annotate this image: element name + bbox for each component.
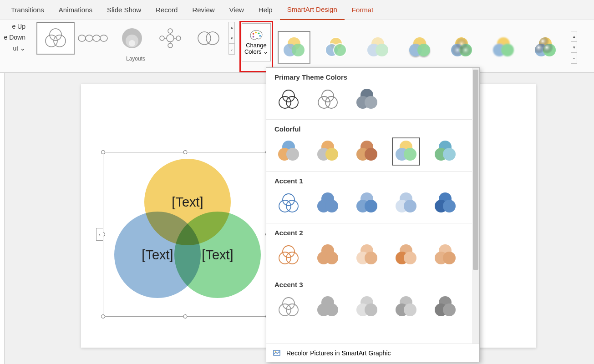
- change-colors-button[interactable]: Change Colors ⌄: [242, 23, 271, 61]
- svg-point-4: [86, 35, 93, 41]
- color-option-accent2-3[interactable]: [353, 241, 381, 269]
- styles-scroll-up[interactable]: ▴: [571, 31, 577, 42]
- color-option-accent1-5[interactable]: [431, 189, 459, 217]
- color-option-colorful-1[interactable]: [274, 137, 303, 166]
- color-option-accent1-1[interactable]: [274, 189, 303, 217]
- svg-point-79: [286, 200, 298, 212]
- style-thumb-7[interactable]: [529, 31, 562, 64]
- svg-point-20: [206, 32, 219, 45]
- tab-slide-show[interactable]: Slide Show: [100, 0, 148, 20]
- move-up-partial[interactable]: e Up: [12, 23, 25, 30]
- layout-thumb-1[interactable]: [36, 22, 75, 55]
- svg-point-92: [283, 246, 294, 258]
- layouts-scroll-down[interactable]: ▾: [229, 33, 234, 44]
- smartart-selection-frame[interactable]: ‹ [Text] [Text] [Text]: [103, 152, 268, 317]
- layouts-scroll-up[interactable]: ▴: [229, 22, 234, 33]
- style-thumb-1[interactable]: [278, 31, 310, 64]
- color-option-colorful-4[interactable]: [392, 137, 420, 166]
- color-option-colorful-3[interactable]: [353, 137, 381, 166]
- resize-handle-b[interactable]: [183, 314, 188, 318]
- move-down-partial[interactable]: e Down: [4, 34, 25, 41]
- styles-scroll-down[interactable]: ▾: [571, 42, 577, 53]
- tab-help[interactable]: Help: [251, 0, 280, 20]
- color-option-accent2-4[interactable]: [392, 241, 420, 269]
- color-option-accent3-1[interactable]: [274, 293, 303, 321]
- styles-gallery-scroll[interactable]: ▴ ▾ ⌄: [571, 31, 577, 64]
- svg-point-85: [365, 200, 377, 212]
- resize-handle-bl[interactable]: [101, 314, 105, 318]
- ribbon: e Up e Down ut ⌄ ▴ ▾ ⌄: [0, 20, 594, 73]
- svg-point-97: [325, 252, 338, 264]
- layouts-gallery-more[interactable]: ⌄: [229, 44, 234, 54]
- color-option-accent3-3[interactable]: [353, 293, 381, 321]
- color-option-primary-2[interactable]: [314, 86, 342, 114]
- svg-point-103: [404, 252, 416, 264]
- text-pane-toggle[interactable]: ‹: [96, 228, 103, 241]
- svg-point-37: [417, 44, 430, 56]
- color-option-accent1-2[interactable]: [314, 189, 342, 217]
- svg-point-106: [443, 252, 456, 264]
- venn-smartart[interactable]: [Text] [Text] [Text]: [112, 157, 260, 305]
- layout-thumb-5[interactable]: [189, 22, 228, 55]
- svg-point-19: [198, 32, 211, 45]
- svg-point-24: [259, 35, 261, 37]
- tab-view[interactable]: View: [222, 0, 251, 20]
- tab-review[interactable]: Review: [185, 0, 222, 20]
- smartart-styles-gallery: ▴ ▾ ⌄: [278, 22, 577, 72]
- svg-point-12: [168, 43, 173, 48]
- svg-point-13: [160, 36, 164, 40]
- svg-point-14: [176, 36, 181, 40]
- style-thumb-6[interactable]: [487, 31, 520, 64]
- ribbon-truncated-move-group: e Up e Down ut ⌄: [0, 20, 25, 72]
- svg-point-52: [543, 44, 556, 56]
- tab-format[interactable]: Format: [345, 0, 381, 20]
- color-option-accent1-4[interactable]: [392, 189, 420, 217]
- style-thumb-2[interactable]: [320, 31, 352, 64]
- layout-thumb-4[interactable]: [151, 22, 189, 55]
- venn-circle-3[interactable]: [Text]: [174, 212, 261, 298]
- color-option-colorful-2[interactable]: [314, 137, 342, 166]
- recolor-pictures-label: Recolor Pictures in SmartArt Graphic: [286, 349, 391, 357]
- layout-thumb-3[interactable]: [113, 22, 151, 55]
- slide-thumbnails-panel-truncated: [0, 73, 5, 364]
- recolor-pictures-menu-item[interactable]: Recolor Pictures in SmartArt Graphic: [266, 344, 479, 362]
- svg-point-43: [459, 44, 472, 56]
- style-thumb-4[interactable]: [403, 31, 436, 64]
- layouts-gallery-scroll[interactable]: ▴ ▾ ⌄: [228, 22, 235, 55]
- svg-point-23: [258, 32, 260, 34]
- dropdown-scroll-thumb[interactable]: [473, 70, 478, 270]
- svg-point-76: [443, 148, 456, 161]
- color-option-colorful-5[interactable]: [431, 137, 459, 166]
- svg-point-0: [50, 29, 61, 40]
- resize-handle-tl[interactable]: [101, 150, 105, 154]
- color-option-accent3-4[interactable]: [392, 293, 420, 321]
- tab-transitions[interactable]: Transitions: [4, 0, 51, 20]
- styles-gallery-more[interactable]: ⌄: [571, 53, 577, 63]
- svg-point-56: [322, 90, 334, 102]
- tab-record[interactable]: Record: [148, 0, 185, 20]
- color-option-accent3-2[interactable]: [314, 293, 342, 321]
- svg-point-3: [78, 35, 86, 41]
- color-option-primary-3[interactable]: [353, 86, 381, 114]
- color-option-accent1-3[interactable]: [353, 189, 381, 217]
- color-option-primary-1[interactable]: [274, 86, 303, 114]
- tab-animations[interactable]: Animations: [51, 0, 100, 20]
- svg-point-2: [54, 35, 66, 47]
- layout-partial[interactable]: ut ⌄: [13, 45, 25, 52]
- dropdown-scrollbar[interactable]: [472, 68, 479, 344]
- svg-point-5: [93, 35, 100, 41]
- color-option-accent3-5[interactable]: [431, 293, 459, 321]
- color-option-accent2-5[interactable]: [431, 241, 459, 269]
- resize-handle-t[interactable]: [183, 150, 188, 154]
- tab-smartart-design[interactable]: SmartArt Design: [280, 0, 345, 20]
- style-thumb-5[interactable]: [445, 31, 478, 64]
- color-option-accent2-1[interactable]: [274, 241, 303, 269]
- svg-point-55: [286, 96, 298, 108]
- layout-thumb-2[interactable]: [75, 22, 113, 55]
- svg-point-34: [376, 44, 388, 56]
- style-thumb-3[interactable]: [361, 31, 394, 64]
- svg-point-93: [279, 252, 291, 264]
- svg-point-94: [286, 252, 298, 264]
- svg-point-21: [253, 33, 254, 35]
- color-option-accent2-2[interactable]: [314, 241, 342, 269]
